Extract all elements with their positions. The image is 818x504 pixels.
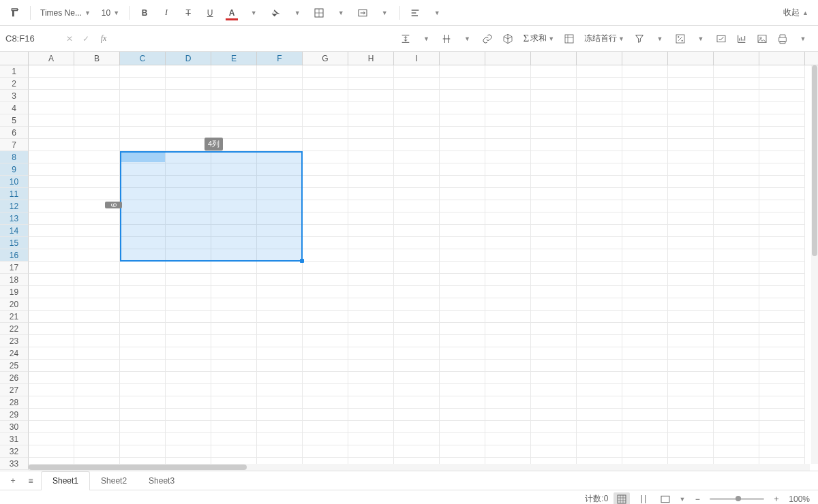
cell[interactable] (714, 445, 759, 458)
cell[interactable] (303, 151, 348, 163)
cell[interactable] (303, 225, 348, 237)
cell[interactable] (668, 298, 714, 311)
cell[interactable] (485, 262, 531, 274)
cell[interactable] (211, 347, 257, 360)
cell[interactable] (577, 372, 622, 384)
view-dropdown[interactable]: ▼ (679, 496, 685, 503)
cell[interactable] (303, 433, 348, 445)
cell[interactable] (668, 65, 714, 78)
cell[interactable] (531, 421, 577, 433)
cell[interactable] (120, 421, 166, 433)
cell[interactable] (714, 372, 759, 384)
select-all-corner[interactable] (0, 52, 29, 65)
zoom-slider[interactable] (710, 498, 764, 500)
cell[interactable] (485, 176, 531, 188)
cell[interactable] (120, 384, 166, 396)
cell[interactable] (394, 114, 440, 127)
cell[interactable] (577, 249, 622, 262)
cell[interactable] (531, 323, 577, 335)
cell[interactable] (622, 347, 668, 360)
add-sheet-button[interactable]: ＋ (5, 473, 20, 488)
cell[interactable] (29, 298, 74, 311)
cell[interactable] (120, 347, 166, 360)
cell[interactable] (166, 421, 211, 433)
cell[interactable] (120, 200, 166, 212)
print-dropdown[interactable]: ▼ (793, 29, 813, 48)
cell[interactable] (759, 114, 805, 127)
cell[interactable] (622, 445, 668, 458)
row-header[interactable]: 20 (0, 298, 29, 311)
cell[interactable] (577, 409, 622, 421)
cell[interactable] (622, 78, 668, 90)
cell[interactable] (759, 262, 805, 274)
cell[interactable] (348, 249, 394, 262)
cell[interactable] (257, 163, 303, 176)
cell[interactable] (714, 298, 759, 311)
cell[interactable] (394, 298, 440, 311)
cell[interactable] (668, 384, 714, 396)
cell[interactable] (440, 225, 485, 237)
cell[interactable] (257, 78, 303, 90)
cell[interactable] (166, 262, 211, 274)
cell[interactable] (74, 360, 120, 372)
cell[interactable] (577, 200, 622, 212)
cell[interactable] (394, 409, 440, 421)
cell[interactable] (211, 212, 257, 225)
cell[interactable] (394, 384, 440, 396)
cell[interactable] (29, 249, 74, 262)
normal-view-button[interactable] (614, 492, 630, 505)
cell[interactable] (577, 360, 622, 372)
cell[interactable] (211, 409, 257, 421)
cell[interactable] (440, 274, 485, 286)
cell[interactable] (166, 384, 211, 396)
cell[interactable] (759, 139, 805, 151)
row-header[interactable]: 15 (0, 237, 29, 249)
cell[interactable] (348, 114, 394, 127)
cell[interactable] (74, 139, 120, 151)
cell[interactable] (29, 163, 74, 176)
cell[interactable] (714, 286, 759, 298)
row-header[interactable]: 9 (0, 163, 29, 176)
cell[interactable] (759, 372, 805, 384)
cell[interactable] (394, 311, 440, 323)
cell[interactable] (440, 445, 485, 458)
cell[interactable] (211, 372, 257, 384)
cell[interactable] (531, 90, 577, 102)
row-header[interactable]: 24 (0, 347, 29, 360)
cell[interactable] (74, 102, 120, 114)
cell[interactable] (74, 372, 120, 384)
cell[interactable] (257, 200, 303, 212)
cell[interactable] (166, 335, 211, 347)
cell[interactable] (485, 360, 531, 372)
cell[interactable] (531, 384, 577, 396)
cell[interactable] (622, 225, 668, 237)
cell[interactable] (211, 335, 257, 347)
cell[interactable] (485, 409, 531, 421)
cell[interactable] (257, 225, 303, 237)
cell[interactable] (714, 237, 759, 249)
cell[interactable] (348, 274, 394, 286)
cell[interactable] (257, 421, 303, 433)
cell[interactable] (531, 286, 577, 298)
cell[interactable] (485, 163, 531, 176)
cell[interactable] (440, 176, 485, 188)
underline-button[interactable]: U (200, 3, 219, 22)
cell[interactable] (211, 200, 257, 212)
cell[interactable] (531, 163, 577, 176)
cell[interactable] (257, 372, 303, 384)
validation-button[interactable] (712, 29, 731, 48)
cell[interactable] (348, 200, 394, 212)
cell[interactable] (303, 311, 348, 323)
cell[interactable] (394, 323, 440, 335)
cell[interactable] (394, 151, 440, 163)
cell[interactable] (74, 335, 120, 347)
cell[interactable] (348, 176, 394, 188)
cell[interactable] (257, 274, 303, 286)
cell[interactable] (759, 176, 805, 188)
row-header[interactable]: 29 (0, 409, 29, 421)
cell[interactable] (577, 396, 622, 409)
cell[interactable] (394, 200, 440, 212)
cell[interactable] (714, 212, 759, 225)
cell[interactable] (440, 102, 485, 114)
cell[interactable] (714, 176, 759, 188)
